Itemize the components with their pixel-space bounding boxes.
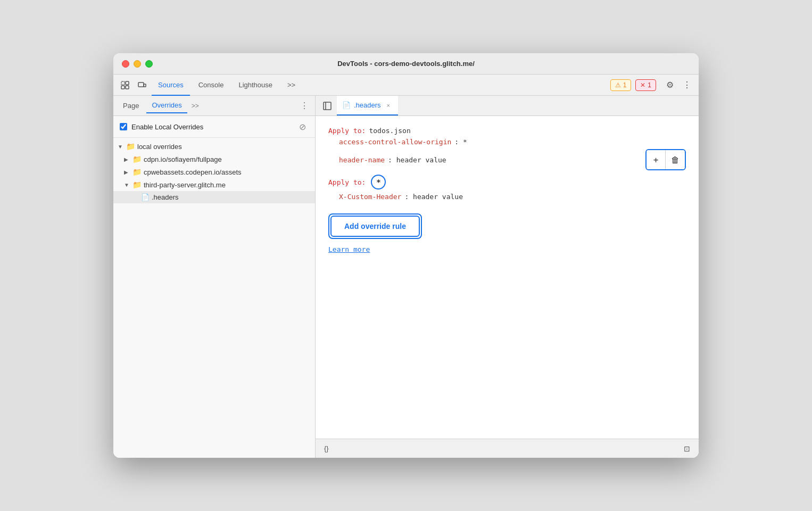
tree-item-local-overrides[interactable]: ▼ 📁 local overrides	[113, 140, 315, 153]
close-icon: ×	[386, 102, 390, 109]
delete-header-button[interactable]: 🗑	[666, 150, 685, 169]
svg-rect-6	[324, 102, 331, 110]
screenshot-icon: ⊡	[684, 444, 690, 453]
svg-rect-1	[126, 81, 129, 85]
close-button[interactable]	[122, 60, 129, 68]
editor-area: Apply to: todos.json access-control-allo…	[316, 116, 699, 439]
bottom-bar: {} ⊡	[316, 439, 699, 458]
clear-overrides-button[interactable]: ⊘	[296, 120, 309, 133]
menu-dots-icon: ⋮	[300, 101, 309, 111]
folder-icon: 📁	[132, 168, 142, 176]
tab-page[interactable]: Page	[118, 98, 144, 113]
sub-tabs-menu[interactable]: ⋮	[298, 100, 311, 112]
file-icon: 📄	[342, 101, 351, 109]
collapse-panel-button[interactable]	[320, 98, 335, 113]
file-tree: ▼ 📁 local overrides ▶ 📁 cdpn.io/sofiayem…	[113, 138, 315, 458]
warning-icon: ⚠	[615, 81, 621, 89]
tree-item-cpwebassets[interactable]: ▶ 📁 cpwebassets.codepen.io/assets	[113, 166, 315, 178]
tab-more[interactable]: >>	[281, 75, 302, 96]
add-override-section: Add override rule Learn more	[328, 213, 686, 253]
enable-overrides-label[interactable]: Enable Local Overrides	[120, 123, 296, 131]
folder-icon: 📁	[132, 180, 142, 189]
tree-item-headers-file[interactable]: 📄 .headers	[113, 191, 315, 203]
header-action-buttons: + 🗑	[645, 149, 686, 170]
svg-rect-5	[144, 84, 146, 87]
tab-lighthouse[interactable]: Lighthouse	[232, 75, 279, 96]
expand-arrow-icon: ▶	[124, 156, 130, 162]
main-content: Page Overrides >> ⋮ Enable Local Overrid…	[113, 96, 699, 458]
editor-line-custom-header: X-Custom-Header : header value	[328, 193, 686, 201]
pretty-print-button[interactable]: {}	[324, 444, 329, 452]
folder-icon: 📁	[126, 142, 135, 151]
sub-tabs: Page Overrides >> ⋮	[113, 96, 315, 116]
enable-overrides-checkbox[interactable]	[120, 123, 127, 130]
editor-line-acao: access-control-allow-origin : *	[328, 138, 686, 146]
tree-item-cdpn[interactable]: ▶ 📁 cdpn.io/sofiayem/fullpage	[113, 153, 315, 166]
expand-arrow-icon: ▶	[124, 169, 130, 175]
folder-icon: 📁	[132, 155, 142, 163]
minimize-button[interactable]	[134, 60, 141, 68]
left-panel: Page Overrides >> ⋮ Enable Local Overrid…	[113, 96, 316, 458]
tab-sources[interactable]: Sources	[152, 75, 190, 96]
gear-icon: ⚙	[666, 80, 674, 90]
error-badge[interactable]: ✕ 1	[635, 79, 656, 91]
tab-console[interactable]: Console	[192, 75, 230, 96]
inspector-icon[interactable]	[118, 78, 132, 93]
expand-arrow-icon: ▼	[124, 182, 130, 188]
maximize-button[interactable]	[145, 60, 153, 68]
editor-line-header-name: header-name : header value + 🗑	[328, 149, 686, 170]
svg-rect-3	[126, 86, 129, 89]
clear-icon: ⊘	[299, 122, 306, 132]
titlebar: DevTools - cors-demo-devtools.glitch.me/	[113, 53, 699, 75]
asterisk-badge: *	[371, 175, 386, 189]
file-tab-headers[interactable]: 📄 .headers ×	[337, 96, 398, 116]
warning-badge[interactable]: ⚠ 1	[610, 79, 632, 91]
right-panel: 📄 .headers × Apply to: todos.json access…	[316, 96, 699, 458]
editor-line-apply1: Apply to: todos.json	[328, 127, 686, 135]
svg-rect-2	[121, 86, 125, 89]
expand-arrow-icon: ▼	[118, 144, 124, 150]
close-tab-button[interactable]: ×	[384, 101, 393, 110]
toolbar: Sources Console Lighthouse >> ⚠ 1 ✕ 1 ⚙ …	[113, 75, 699, 96]
error-icon: ✕	[640, 81, 645, 89]
traffic-lights	[122, 60, 153, 68]
add-override-button[interactable]: Add override rule	[330, 216, 420, 237]
more-menu-button[interactable]: ⋮	[680, 78, 694, 93]
svg-rect-4	[138, 83, 144, 87]
settings-button[interactable]: ⚙	[662, 78, 677, 93]
tree-item-third-party[interactable]: ▼ 📁 third-party-server.glitch.me	[113, 178, 315, 191]
learn-more-link[interactable]: Learn more	[328, 245, 686, 253]
responsive-icon[interactable]	[135, 78, 150, 93]
vertical-dots-icon: ⋮	[683, 80, 691, 90]
window-title: DevTools - cors-demo-devtools.glitch.me/	[337, 60, 475, 68]
svg-rect-0	[121, 81, 125, 85]
add-header-button[interactable]: +	[647, 150, 666, 169]
screenshot-button[interactable]: ⊡	[684, 444, 690, 453]
devtools-window: DevTools - cors-demo-devtools.glitch.me/…	[113, 53, 699, 458]
file-icon: 📄	[141, 193, 150, 201]
editor-line-apply2: Apply to: *	[328, 175, 686, 189]
sub-tabs-more[interactable]: >>	[189, 100, 201, 112]
tab-overrides[interactable]: Overrides	[146, 98, 187, 113]
overrides-header: Enable Local Overrides ⊘	[113, 116, 315, 138]
pretty-print-icon: {}	[324, 444, 329, 452]
file-tabs: 📄 .headers ×	[316, 96, 699, 116]
